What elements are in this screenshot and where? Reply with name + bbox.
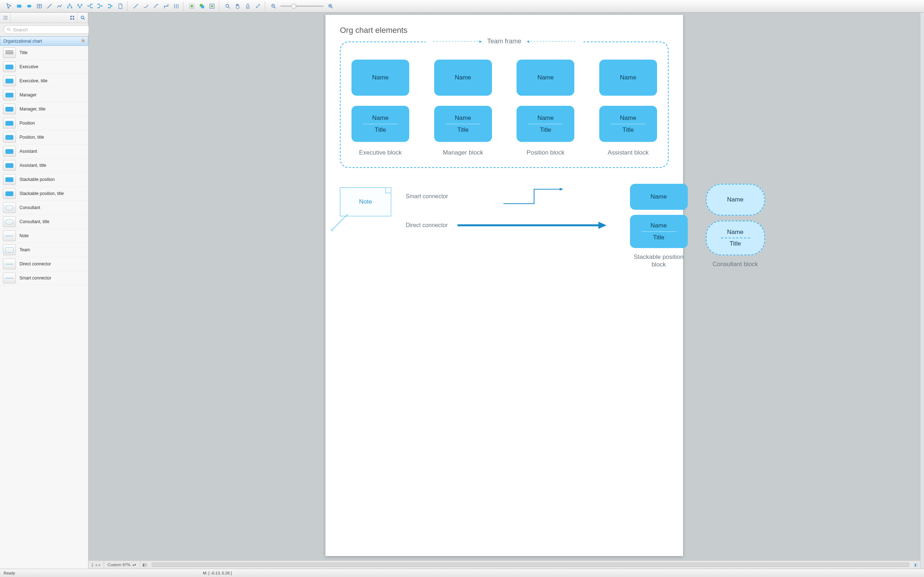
drawing-page[interactable]: Org chart elements - - - - - - - - - - -…: [326, 15, 683, 556]
page-strip: ∥ ◂ ▸ Custom 97% ▴▾ ▮▯▯ ◧: [89, 560, 920, 569]
stackable-name-block[interactable]: Name: [630, 184, 688, 210]
sidebar-item-direct-connector[interactable]: Direct connector: [0, 257, 88, 271]
conn3-icon[interactable]: [152, 2, 161, 11]
zoom-slider[interactable]: [280, 5, 324, 7]
close-icon[interactable]: ✕: [81, 38, 85, 44]
sidebar-item-team[interactable]: Team: [0, 243, 88, 257]
svg-line-43: [84, 18, 84, 19]
sidebar-item-position-title[interactable]: Position, title: [0, 131, 88, 144]
conn4-icon[interactable]: [161, 2, 171, 11]
sidebar-item-consultant[interactable]: Consultant: [0, 201, 88, 215]
zoom-label[interactable]: Custom 97% ▴▾: [104, 561, 140, 569]
tool-group-shapes: [2, 1, 127, 11]
svg-rect-6: [69, 3, 71, 5]
sidebar-item-smart-connector[interactable]: Smart connector: [0, 271, 88, 285]
position-title-block[interactable]: NameTitle: [516, 106, 574, 142]
smart-connector[interactable]: [453, 187, 615, 205]
assistant-name-block[interactable]: Name: [599, 60, 657, 96]
shape-thumb-icon: [3, 160, 16, 171]
conn5-icon[interactable]: [172, 2, 181, 11]
svg-line-37: [331, 7, 333, 8]
grp1-icon[interactable]: [187, 2, 197, 11]
sidebar-item-label: Consultant, title: [19, 219, 50, 224]
sidebar-item-manager-title[interactable]: Manager, title: [0, 102, 88, 116]
sidebar-item-assistant[interactable]: Assistant: [0, 144, 88, 158]
team-frame-label: - - - - - - - - - - - - - - - ▸ Team fra…: [340, 37, 668, 45]
stackable-title-block[interactable]: NameTitle: [630, 215, 688, 248]
position-name-block[interactable]: Name: [516, 60, 574, 96]
library-tree-icon[interactable]: [0, 13, 10, 23]
polyline-icon[interactable]: [55, 2, 64, 11]
status-bar: Ready M: [ -0.13, 0.26 ]: [0, 569, 924, 577]
line-icon[interactable]: [45, 2, 54, 11]
svg-point-44: [8, 28, 10, 30]
grp2-icon[interactable]: [197, 2, 206, 11]
conn1-icon[interactable]: [131, 2, 140, 11]
sidebar-item-label: Manager, title: [19, 106, 45, 111]
svg-rect-8: [71, 7, 72, 8]
arrow-right-icon: - - - - - - - - - - - - - - - ▸: [433, 38, 482, 44]
pager-prev-icon[interactable]: ◂: [95, 562, 97, 567]
sidebar-item-stackable-position[interactable]: Stackable position: [0, 172, 88, 187]
eyedrop-icon[interactable]: [253, 2, 263, 11]
main-toolbar: [0, 0, 924, 13]
sidebar-item-title[interactable]: Title: [0, 46, 88, 60]
manager-name-block[interactable]: Name: [434, 60, 492, 96]
sidebar-item-label: Position, title: [19, 135, 44, 140]
zoom-stepper-icon[interactable]: ▴▾: [132, 563, 136, 566]
sidebar-item-position[interactable]: Position: [0, 116, 88, 131]
zoomfit-icon[interactable]: [223, 2, 232, 11]
view-split-icon[interactable]: ▮▯▯: [140, 562, 149, 567]
list-view-icon[interactable]: [77, 13, 88, 23]
svg-point-42: [81, 16, 84, 19]
manager-title-block[interactable]: NameTitle: [434, 106, 492, 142]
shape-thumb-icon: [3, 90, 16, 100]
svg-rect-9: [77, 4, 79, 5]
table-icon[interactable]: [35, 2, 44, 11]
sidebar-item-manager[interactable]: Manager: [0, 88, 88, 102]
sidebar-item-label: Smart connector: [19, 276, 51, 280]
sidebar-item-assistant-title[interactable]: Assistant, title: [0, 158, 88, 172]
search-input[interactable]: Search: [3, 25, 91, 34]
pager-pause-icon[interactable]: ∥: [91, 562, 94, 567]
consultant-title-block[interactable]: NameTitle: [706, 221, 765, 255]
executive-name-block[interactable]: Name: [352, 60, 409, 96]
grp3-icon[interactable]: [207, 2, 217, 11]
tool-group-arrange: [185, 1, 219, 11]
tool-group-connectors: [129, 1, 184, 11]
canvas-scroll[interactable]: Org chart elements - - - - - - - - - - -…: [89, 13, 920, 560]
sidebar-item-note[interactable]: Note: [0, 229, 88, 243]
sidebar-item-executive-title[interactable]: Executive, title: [0, 74, 88, 88]
sidebar-item-stackable-position-title[interactable]: Stackable position, title: [0, 187, 88, 201]
tree5-icon[interactable]: [105, 2, 115, 11]
hand-icon[interactable]: [233, 2, 242, 11]
svg-line-45: [10, 30, 10, 31]
tree4-icon[interactable]: [95, 2, 105, 11]
pointer-icon[interactable]: [4, 2, 14, 11]
conn2-icon[interactable]: [141, 2, 151, 11]
executive-title-block[interactable]: NameTitle: [352, 106, 409, 142]
sidebar-item-executive[interactable]: Executive: [0, 60, 88, 74]
page-icon[interactable]: [116, 2, 125, 11]
assistant-title-block[interactable]: NameTitle: [599, 106, 657, 142]
pager-next-icon[interactable]: ▸: [98, 562, 101, 567]
svg-point-28: [226, 4, 229, 7]
tree1-icon[interactable]: [65, 2, 74, 11]
sidebar-item-consultant-title[interactable]: Consultant, title: [0, 215, 88, 229]
tree3-icon[interactable]: [85, 2, 95, 11]
corner-widget-icon[interactable]: ◧: [912, 562, 920, 567]
consultant-name-block[interactable]: Name: [706, 184, 765, 216]
grid-view-icon[interactable]: [67, 13, 77, 23]
team-frame[interactable]: - - - - - - - - - - - - - - - ▸ Team fra…: [340, 42, 669, 168]
rect-icon[interactable]: [15, 2, 24, 11]
zoom-out-icon[interactable]: [269, 2, 278, 11]
ellipse-icon[interactable]: [24, 2, 34, 11]
sidebar-section-header[interactable]: Organizational chart ✕: [0, 37, 88, 46]
tree2-icon[interactable]: [75, 2, 84, 11]
arrow-left-icon: ◂ - - - - - - - - - - - - - - -: [527, 38, 576, 44]
shapes-sidebar: Search Organizational chart ✕ TitleExecu…: [0, 13, 89, 569]
zoom-in-icon[interactable]: [326, 2, 335, 11]
stamp-icon[interactable]: [243, 2, 253, 11]
hscrollbar[interactable]: [152, 562, 909, 567]
direct-connector[interactable]: [453, 216, 616, 234]
